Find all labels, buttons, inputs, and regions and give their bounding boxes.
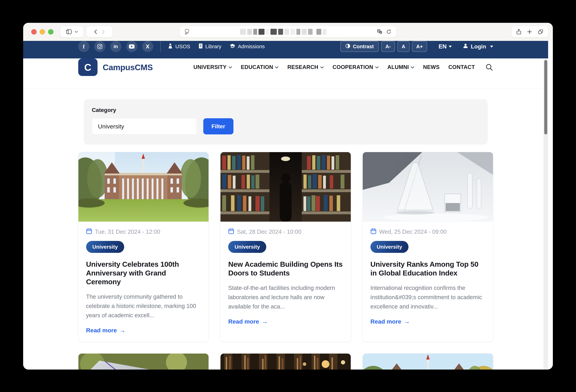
nav-item-news[interactable]: NEWS — [423, 64, 439, 70]
language-label: EN — [439, 43, 447, 50]
browser-toolbar: Aa — [23, 23, 553, 41]
address-bar[interactable]: Aa — [180, 26, 396, 37]
font-larger-button[interactable]: A+ — [412, 41, 427, 52]
tab-overview-icon[interactable] — [538, 29, 543, 34]
user-icon — [463, 43, 468, 50]
article-excerpt: The university community gathered to cel… — [86, 292, 201, 320]
articles-grid: Tue, 31 Dec 2024 - 12:00 University Univ… — [78, 152, 493, 342]
nav-item-research[interactable]: RESEARCH — [287, 64, 324, 70]
main-menu: UNIVERSITY EDUCATION RESEARCH COOPERATIO… — [194, 64, 475, 70]
filter-button[interactable]: Filter — [203, 118, 233, 134]
forward-icon[interactable] — [102, 29, 105, 34]
nav-item-education[interactable]: EDUCATION — [241, 64, 279, 70]
site-brand[interactable]: CampusCMS — [103, 62, 153, 72]
filter-panel: Category University Filter — [84, 99, 488, 145]
instagram-icon[interactable] — [94, 41, 105, 52]
back-icon[interactable] — [94, 29, 97, 34]
category-badge[interactable]: University — [86, 241, 124, 253]
nav-item-university[interactable]: UNIVERSITY — [194, 64, 232, 70]
scrollbar-thumb[interactable] — [544, 60, 547, 134]
chevron-down-icon — [275, 66, 279, 68]
calendar-icon — [228, 228, 234, 236]
utility-topbar: f in X USOS — [23, 41, 548, 59]
article-image-graduation — [78, 354, 209, 369]
article-excerpt: State-of-the-art facilities including mo… — [228, 283, 343, 311]
nav-item-alumni[interactable]: ALUMNI — [387, 64, 414, 70]
article-excerpt: International recognition confirms the i… — [371, 283, 485, 311]
linkedin-icon[interactable]: in — [110, 41, 121, 52]
category-badge[interactable]: University — [228, 241, 266, 253]
contrast-button[interactable]: Contrast — [340, 41, 379, 52]
read-more-link[interactable]: Read more → — [228, 318, 343, 325]
article-image-campus-towers — [363, 354, 493, 369]
article-date: Sat, 28 Dec 2024 - 10:00 — [237, 228, 301, 235]
contrast-label: Contrast — [353, 44, 374, 50]
reload-icon[interactable] — [386, 29, 392, 34]
arrow-right-icon: → — [404, 318, 410, 325]
chevron-down-icon[interactable] — [75, 31, 78, 33]
language-selector[interactable]: EN — [439, 43, 452, 50]
arrow-right-icon: → — [119, 327, 126, 334]
nav-item-contact[interactable]: CONTACT — [448, 64, 475, 70]
article-title[interactable]: University Ranks Among Top 50 in Global … — [371, 260, 485, 277]
article-date: Wed, 25 Dec 2024 - 09:00 — [379, 228, 447, 235]
article-card: Wed, 25 Dec 2024 - 09:00 University Univ… — [363, 152, 493, 342]
reader-icon[interactable] — [184, 29, 189, 35]
contrast-icon — [345, 43, 350, 50]
main-navbar: C CampusCMS UNIVERSITY EDUCATION RESEARC… — [23, 59, 548, 88]
library-link[interactable]: Library — [198, 43, 222, 50]
login-label: Login — [471, 43, 486, 50]
category-input[interactable]: University — [92, 118, 197, 134]
page-content: f in X USOS — [23, 41, 548, 369]
calendar-icon — [86, 228, 92, 236]
sidebar-icon[interactable] — [66, 29, 72, 34]
category-badge[interactable]: University — [371, 241, 408, 253]
new-tab-icon[interactable] — [527, 30, 532, 34]
read-more-link[interactable]: Read more → — [371, 318, 485, 325]
caret-down-icon — [449, 46, 452, 48]
sidebar-toggle-group — [60, 26, 84, 37]
browser-window: Aa f — [23, 23, 553, 369]
font-smaller-button[interactable]: A- — [381, 41, 395, 52]
library-icon — [198, 43, 203, 50]
search-icon[interactable] — [485, 63, 493, 71]
article-card: Sat, 28 Dec 2024 - 10:00 University New … — [220, 152, 351, 342]
nav-item-cooperation[interactable]: COOPERATION — [333, 64, 379, 70]
library-label: Library — [205, 44, 222, 50]
admissions-link[interactable]: Admissions — [230, 43, 265, 50]
category-label: Category — [92, 107, 480, 113]
chevron-down-icon — [229, 66, 232, 68]
article-title[interactable]: New Academic Building Opens Its Doors to… — [228, 260, 343, 277]
article-card — [363, 353, 493, 369]
toolbar-actions-group — [512, 26, 548, 37]
x-icon[interactable]: X — [142, 41, 153, 52]
font-normal-button[interactable]: A — [398, 41, 409, 52]
caret-down-icon — [490, 46, 493, 48]
article-image-campus — [78, 152, 209, 222]
translate-icon[interactable]: Aa — [377, 29, 382, 34]
login-menu[interactable]: Login — [463, 43, 493, 50]
article-date: Tue, 31 Dec 2024 - 12:00 — [95, 228, 160, 235]
youtube-icon[interactable] — [126, 41, 137, 52]
read-more-link[interactable]: Read more → — [86, 327, 201, 334]
facebook-icon[interactable]: f — [78, 41, 89, 52]
article-card — [220, 353, 351, 369]
scrollbar-track[interactable] — [543, 59, 548, 369]
news-listing: Category University Filter — [23, 88, 548, 369]
minimize-button[interactable] — [40, 29, 45, 34]
window-controls — [31, 29, 54, 34]
site-logo[interactable]: C — [78, 59, 97, 76]
usos-icon — [168, 43, 173, 50]
usos-link[interactable]: USOS — [168, 43, 190, 50]
chevron-down-icon — [411, 66, 414, 68]
history-nav-group — [86, 26, 113, 37]
article-title[interactable]: University Celebrates 100th Anniversary … — [86, 260, 201, 286]
close-button[interactable] — [31, 29, 37, 34]
zoom-button[interactable] — [48, 29, 54, 34]
articles-grid-row2 — [78, 353, 493, 369]
share-icon[interactable] — [516, 29, 521, 34]
chevron-down-icon — [320, 66, 324, 68]
article-image-lab-glassware — [363, 152, 493, 222]
article-image-bookshelf — [221, 354, 351, 369]
admissions-label: Admissions — [238, 44, 265, 50]
